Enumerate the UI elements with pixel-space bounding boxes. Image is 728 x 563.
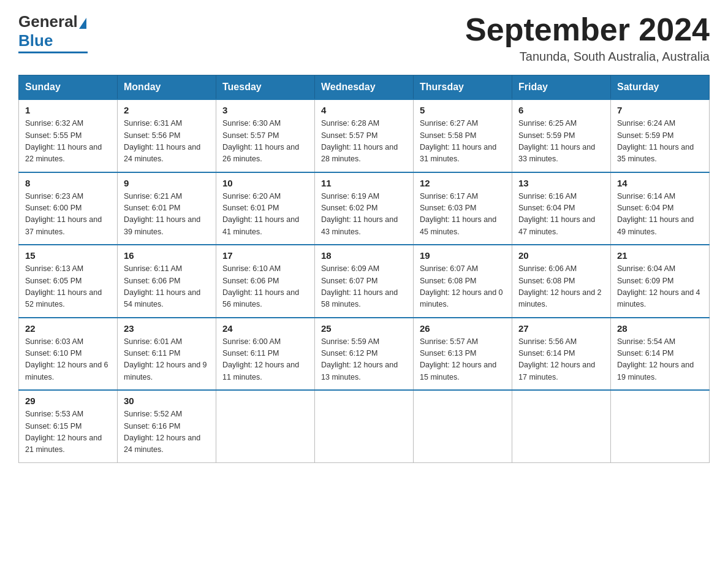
day-info: Sunrise: 6:27 AMSunset: 5:58 PMDaylight:…: [420, 118, 506, 166]
table-row: [414, 390, 512, 462]
col-wednesday: Wednesday: [315, 75, 414, 100]
day-info: Sunrise: 6:16 AMSunset: 6:04 PMDaylight:…: [518, 191, 604, 239]
day-number: 9: [124, 178, 210, 188]
day-info: Sunrise: 6:21 AMSunset: 6:01 PMDaylight:…: [124, 191, 210, 239]
day-info: Sunrise: 6:00 AMSunset: 6:11 PMDaylight:…: [222, 336, 308, 384]
page-header: General Blue September 2024 Tanunda, Sou…: [18, 12, 710, 64]
day-info: Sunrise: 6:24 AMSunset: 5:59 PMDaylight:…: [617, 118, 703, 166]
day-number: 17: [222, 250, 308, 261]
day-number: 7: [617, 105, 703, 115]
day-info: Sunrise: 5:57 AMSunset: 6:13 PMDaylight:…: [420, 336, 506, 384]
day-info: Sunrise: 6:19 AMSunset: 6:02 PMDaylight:…: [321, 191, 407, 239]
day-number: 26: [420, 323, 506, 334]
table-row: 10 Sunrise: 6:20 AMSunset: 6:01 PMDaylig…: [216, 172, 315, 245]
day-info: Sunrise: 6:01 AMSunset: 6:11 PMDaylight:…: [124, 336, 210, 384]
table-row: 19 Sunrise: 6:07 AMSunset: 6:08 PMDaylig…: [414, 245, 512, 318]
table-row: 2 Sunrise: 6:31 AMSunset: 5:56 PMDayligh…: [118, 99, 216, 172]
col-sunday: Sunday: [19, 75, 118, 100]
day-info: Sunrise: 6:04 AMSunset: 6:09 PMDaylight:…: [617, 263, 703, 311]
day-info: Sunrise: 6:03 AMSunset: 6:10 PMDaylight:…: [25, 336, 111, 384]
logo-general-text: General: [18, 12, 78, 31]
day-number: 28: [617, 323, 703, 334]
day-number: 22: [25, 323, 111, 334]
table-row: 8 Sunrise: 6:23 AMSunset: 6:00 PMDayligh…: [19, 172, 118, 245]
col-saturday: Saturday: [611, 75, 710, 100]
day-number: 8: [25, 178, 111, 188]
day-number: 4: [321, 105, 407, 115]
day-info: Sunrise: 6:14 AMSunset: 6:04 PMDaylight:…: [617, 191, 703, 239]
table-row: [611, 390, 710, 462]
logo-triangle-icon: [79, 18, 86, 29]
title-block: September 2024 Tanunda, South Australia,…: [465, 12, 710, 64]
day-info: Sunrise: 5:54 AMSunset: 6:14 PMDaylight:…: [617, 336, 703, 384]
day-number: 23: [124, 323, 210, 334]
table-row: 5 Sunrise: 6:27 AMSunset: 5:58 PMDayligh…: [414, 99, 512, 172]
table-row: 26 Sunrise: 5:57 AMSunset: 6:13 PMDaylig…: [414, 318, 512, 391]
day-number: 27: [518, 323, 604, 334]
day-info: Sunrise: 5:53 AMSunset: 6:15 PMDaylight:…: [25, 408, 111, 456]
calendar-table: Sunday Monday Tuesday Wednesday Thursday…: [18, 75, 710, 463]
month-year-title: September 2024: [465, 12, 710, 47]
day-number: 25: [321, 323, 407, 334]
day-number: 3: [222, 105, 308, 115]
day-number: 19: [420, 250, 506, 261]
table-row: 25 Sunrise: 5:59 AMSunset: 6:12 PMDaylig…: [315, 318, 414, 391]
day-number: 20: [518, 250, 604, 261]
day-number: 16: [124, 250, 210, 261]
table-row: 13 Sunrise: 6:16 AMSunset: 6:04 PMDaylig…: [512, 172, 611, 245]
col-friday: Friday: [512, 75, 611, 100]
calendar-header-row: Sunday Monday Tuesday Wednesday Thursday…: [19, 75, 710, 100]
table-row: 6 Sunrise: 6:25 AMSunset: 5:59 PMDayligh…: [512, 99, 611, 172]
table-row: [512, 390, 611, 462]
calendar-week-row: 1 Sunrise: 6:32 AMSunset: 5:55 PMDayligh…: [19, 99, 710, 172]
col-thursday: Thursday: [414, 75, 512, 100]
day-info: Sunrise: 6:17 AMSunset: 6:03 PMDaylight:…: [420, 191, 506, 239]
day-info: Sunrise: 6:09 AMSunset: 6:07 PMDaylight:…: [321, 263, 407, 311]
calendar-week-row: 29 Sunrise: 5:53 AMSunset: 6:15 PMDaylig…: [19, 390, 710, 462]
day-info: Sunrise: 5:56 AMSunset: 6:14 PMDaylight:…: [518, 336, 604, 384]
day-number: 30: [124, 396, 210, 406]
table-row: [315, 390, 414, 462]
day-number: 15: [25, 250, 111, 261]
table-row: 22 Sunrise: 6:03 AMSunset: 6:10 PMDaylig…: [19, 318, 118, 391]
table-row: 14 Sunrise: 6:14 AMSunset: 6:04 PMDaylig…: [611, 172, 710, 245]
table-row: 17 Sunrise: 6:10 AMSunset: 6:06 PMDaylig…: [216, 245, 315, 318]
day-info: Sunrise: 6:32 AMSunset: 5:55 PMDaylight:…: [25, 118, 111, 166]
day-info: Sunrise: 6:25 AMSunset: 5:59 PMDaylight:…: [518, 118, 604, 166]
table-row: 20 Sunrise: 6:06 AMSunset: 6:08 PMDaylig…: [512, 245, 611, 318]
table-row: 1 Sunrise: 6:32 AMSunset: 5:55 PMDayligh…: [19, 99, 118, 172]
day-info: Sunrise: 6:11 AMSunset: 6:06 PMDaylight:…: [124, 263, 210, 311]
table-row: 9 Sunrise: 6:21 AMSunset: 6:01 PMDayligh…: [118, 172, 216, 245]
day-number: 29: [25, 396, 111, 406]
day-info: Sunrise: 6:31 AMSunset: 5:56 PMDaylight:…: [124, 118, 210, 166]
day-info: Sunrise: 5:52 AMSunset: 6:16 PMDaylight:…: [124, 408, 210, 456]
day-info: Sunrise: 6:20 AMSunset: 6:01 PMDaylight:…: [222, 191, 308, 239]
table-row: 21 Sunrise: 6:04 AMSunset: 6:09 PMDaylig…: [611, 245, 710, 318]
day-info: Sunrise: 6:23 AMSunset: 6:00 PMDaylight:…: [25, 191, 111, 239]
day-number: 12: [420, 178, 506, 188]
day-number: 14: [617, 178, 703, 188]
col-tuesday: Tuesday: [216, 75, 315, 100]
day-number: 18: [321, 250, 407, 261]
table-row: [216, 390, 315, 462]
table-row: 18 Sunrise: 6:09 AMSunset: 6:07 PMDaylig…: [315, 245, 414, 318]
table-row: 12 Sunrise: 6:17 AMSunset: 6:03 PMDaylig…: [414, 172, 512, 245]
col-monday: Monday: [118, 75, 216, 100]
day-info: Sunrise: 6:13 AMSunset: 6:05 PMDaylight:…: [25, 263, 111, 311]
table-row: 11 Sunrise: 6:19 AMSunset: 6:02 PMDaylig…: [315, 172, 414, 245]
table-row: 7 Sunrise: 6:24 AMSunset: 5:59 PMDayligh…: [611, 99, 710, 172]
table-row: 16 Sunrise: 6:11 AMSunset: 6:06 PMDaylig…: [118, 245, 216, 318]
table-row: 28 Sunrise: 5:54 AMSunset: 6:14 PMDaylig…: [611, 318, 710, 391]
day-info: Sunrise: 6:30 AMSunset: 5:57 PMDaylight:…: [222, 118, 308, 166]
location-subtitle: Tanunda, South Australia, Australia: [465, 50, 710, 64]
day-info: Sunrise: 6:28 AMSunset: 5:57 PMDaylight:…: [321, 118, 407, 166]
table-row: 15 Sunrise: 6:13 AMSunset: 6:05 PMDaylig…: [19, 245, 118, 318]
day-info: Sunrise: 6:07 AMSunset: 6:08 PMDaylight:…: [420, 263, 506, 311]
day-number: 10: [222, 178, 308, 188]
day-number: 13: [518, 178, 604, 188]
day-number: 24: [222, 323, 308, 334]
table-row: 24 Sunrise: 6:00 AMSunset: 6:11 PMDaylig…: [216, 318, 315, 391]
day-number: 2: [124, 105, 210, 115]
day-number: 11: [321, 178, 407, 188]
day-info: Sunrise: 5:59 AMSunset: 6:12 PMDaylight:…: [321, 336, 407, 384]
